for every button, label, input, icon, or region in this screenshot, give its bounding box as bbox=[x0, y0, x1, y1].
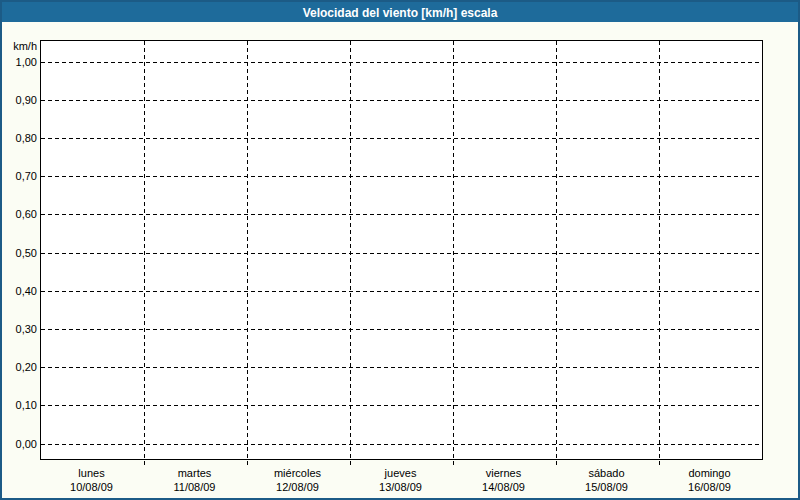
x-tick-label: lunes10/08/09 bbox=[40, 466, 143, 494]
y-tick-label: 1,00 bbox=[3, 55, 37, 69]
x-tick-label: sábado15/08/09 bbox=[555, 466, 658, 494]
x-day-label: jueves bbox=[349, 466, 452, 480]
y-tick-label: 0,10 bbox=[3, 398, 37, 412]
v-gridline bbox=[144, 41, 145, 465]
h-gridline bbox=[41, 253, 762, 254]
v-gridline bbox=[659, 41, 660, 465]
v-gridline bbox=[556, 41, 557, 465]
x-day-label: miércoles bbox=[246, 466, 349, 480]
x-date-label: 13/08/09 bbox=[349, 480, 452, 494]
x-date-label: 16/08/09 bbox=[658, 480, 761, 494]
x-day-label: viernes bbox=[452, 466, 555, 480]
x-tick-label: miércoles12/08/09 bbox=[246, 466, 349, 494]
y-tick-label: 0,90 bbox=[3, 93, 37, 107]
chart-title: Velocidad del viento [km/h] escala bbox=[303, 6, 498, 20]
y-axis-unit-label: km/h bbox=[2, 40, 37, 54]
x-date-label: 15/08/09 bbox=[555, 480, 658, 494]
y-tick-label: 0,30 bbox=[3, 322, 37, 336]
x-day-label: lunes bbox=[40, 466, 143, 480]
h-gridline bbox=[41, 405, 762, 406]
y-tick-label: 0,50 bbox=[3, 246, 37, 260]
h-gridline bbox=[41, 444, 762, 445]
chart-window: Velocidad del viento [km/h] escala km/h … bbox=[0, 0, 800, 500]
v-gridline bbox=[247, 41, 248, 465]
chart-title-bar: Velocidad del viento [km/h] escala bbox=[2, 2, 798, 22]
h-gridline bbox=[41, 367, 762, 368]
x-date-label: 10/08/09 bbox=[40, 480, 143, 494]
y-tick-label: 0,00 bbox=[3, 437, 37, 451]
v-gridline bbox=[453, 41, 454, 465]
x-day-label: martes bbox=[143, 466, 246, 480]
v-gridline bbox=[350, 41, 351, 465]
x-tick-label: domingo16/08/09 bbox=[658, 466, 761, 494]
h-gridline bbox=[41, 138, 762, 139]
x-axis-labels: lunes10/08/09martes11/08/09miércoles12/0… bbox=[40, 466, 763, 496]
x-date-label: 11/08/09 bbox=[143, 480, 246, 494]
x-day-label: domingo bbox=[658, 466, 761, 480]
x-tick-label: jueves13/08/09 bbox=[349, 466, 452, 494]
y-tick-label: 0,40 bbox=[3, 284, 37, 298]
x-day-label: sábado bbox=[555, 466, 658, 480]
h-gridline bbox=[41, 214, 762, 215]
h-gridline bbox=[41, 100, 762, 101]
y-tick-label: 0,70 bbox=[3, 169, 37, 183]
plot-area bbox=[40, 40, 763, 460]
x-tick-label: martes11/08/09 bbox=[143, 466, 246, 494]
h-gridline bbox=[41, 176, 762, 177]
x-date-label: 14/08/09 bbox=[452, 480, 555, 494]
h-gridline bbox=[41, 291, 762, 292]
x-tick-label: viernes14/08/09 bbox=[452, 466, 555, 494]
h-gridline bbox=[41, 62, 762, 63]
x-date-label: 12/08/09 bbox=[246, 480, 349, 494]
y-tick-label: 0,80 bbox=[3, 131, 37, 145]
h-gridline bbox=[41, 329, 762, 330]
y-tick-label: 0,20 bbox=[3, 360, 37, 374]
y-tick-label: 0,60 bbox=[3, 207, 37, 221]
